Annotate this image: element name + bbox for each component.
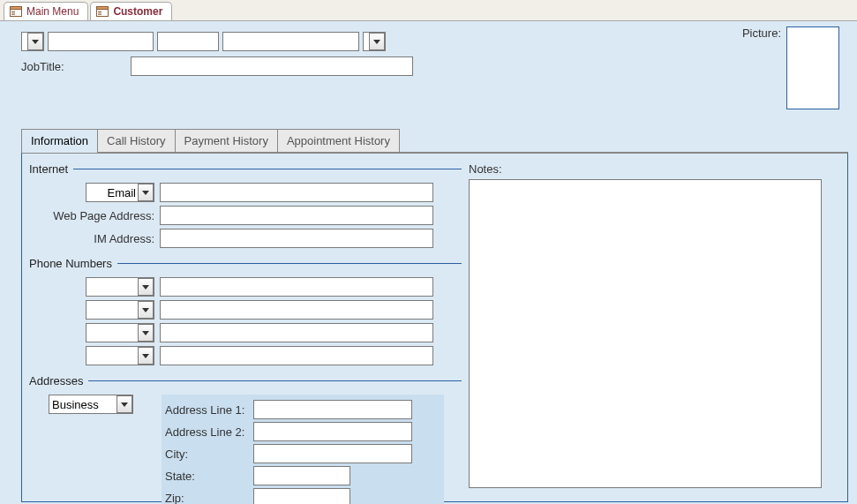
- name-row: [21, 32, 413, 51]
- jobtitle-label: JobTitle:: [21, 60, 125, 73]
- document-tabs: Main Menu Customer: [0, 0, 857, 21]
- first-name-input[interactable]: [48, 32, 154, 51]
- email-type-combo[interactable]: [86, 183, 154, 202]
- zip-input[interactable]: [253, 488, 350, 504]
- form-icon: [96, 6, 109, 17]
- svg-rect-3: [11, 14, 15, 15]
- chevron-down-icon[interactable]: [117, 395, 132, 413]
- chevron-down-icon[interactable]: [138, 324, 154, 342]
- im-label: IM Address:: [29, 232, 160, 245]
- address-panel: Address Line 1: Address Line 2: City:: [162, 395, 444, 504]
- addr-line2-label: Address Line 2:: [165, 425, 253, 439]
- addresses-label: Addresses: [29, 374, 83, 387]
- addr-line2-input[interactable]: [253, 422, 412, 441]
- divider: [117, 263, 462, 264]
- addr-line1-label: Address Line 1:: [165, 403, 253, 417]
- address-type-combo[interactable]: [49, 395, 133, 414]
- tab-information[interactable]: Information: [21, 129, 98, 152]
- divider: [88, 380, 462, 381]
- doc-tab-label: Main Menu: [26, 5, 79, 18]
- chevron-down-icon[interactable]: [138, 278, 154, 296]
- form-icon: [10, 6, 22, 17]
- notes-textarea[interactable]: [469, 179, 822, 488]
- internet-label: Internet: [29, 162, 68, 176]
- phone-input[interactable]: [160, 346, 433, 365]
- phone-input[interactable]: [160, 323, 433, 342]
- tabstrip: Information Call History Payment History…: [21, 129, 848, 153]
- phone-label: Phone Numbers: [29, 257, 112, 270]
- chevron-down-icon[interactable]: [138, 301, 154, 319]
- doc-tab-main-menu[interactable]: Main Menu: [4, 2, 88, 20]
- chevron-down-icon[interactable]: [138, 184, 154, 201]
- im-input[interactable]: [160, 229, 433, 248]
- group-internet: Internet Web Page Address:: [29, 162, 462, 248]
- city-label: City:: [165, 448, 253, 461]
- notes-label: Notes:: [469, 162, 840, 176]
- zip-label: Zip:: [165, 492, 253, 505]
- state-input[interactable]: [253, 466, 350, 485]
- phone-input[interactable]: [160, 300, 433, 320]
- doc-tab-label: Customer: [113, 5, 162, 18]
- tab-panel-information: Internet Web Page Address:: [21, 153, 848, 502]
- last-name-input[interactable]: [222, 32, 359, 51]
- picture-label: Picture:: [742, 26, 781, 40]
- chevron-down-icon[interactable]: [138, 347, 154, 365]
- tab-call-history[interactable]: Call History: [97, 129, 175, 152]
- group-phone: Phone Numbers: [29, 257, 462, 365]
- svg-rect-1: [11, 7, 22, 10]
- city-input[interactable]: [253, 444, 412, 463]
- state-label: State:: [165, 470, 253, 483]
- jobtitle-input[interactable]: [131, 56, 413, 76]
- svg-rect-7: [98, 14, 101, 15]
- tab-payment-history[interactable]: Payment History: [175, 129, 278, 152]
- phone-type-combo[interactable]: [86, 346, 154, 365]
- webpage-label: Web Page Address:: [29, 209, 160, 222]
- tab-appointment-history[interactable]: Appointment History: [277, 129, 400, 152]
- phone-input[interactable]: [160, 277, 433, 297]
- phone-type-combo[interactable]: [86, 323, 154, 342]
- doc-tab-customer[interactable]: Customer: [90, 2, 172, 20]
- phone-type-combo[interactable]: [86, 300, 154, 320]
- picture-box[interactable]: [786, 26, 839, 109]
- webpage-input[interactable]: [160, 206, 433, 225]
- svg-rect-6: [98, 11, 101, 12]
- chevron-down-icon[interactable]: [27, 33, 43, 50]
- svg-rect-5: [97, 7, 109, 10]
- addr-line1-input[interactable]: [253, 400, 412, 419]
- chevron-down-icon[interactable]: [369, 33, 385, 50]
- divider: [73, 169, 462, 169]
- suffix-combo[interactable]: [363, 32, 386, 51]
- phone-type-combo[interactable]: [86, 277, 154, 297]
- group-addresses: Addresses Address Line 1:: [29, 374, 462, 504]
- title-combo[interactable]: [21, 32, 44, 51]
- svg-rect-2: [11, 11, 15, 12]
- email-input[interactable]: [160, 183, 433, 202]
- middle-name-input[interactable]: [157, 32, 219, 51]
